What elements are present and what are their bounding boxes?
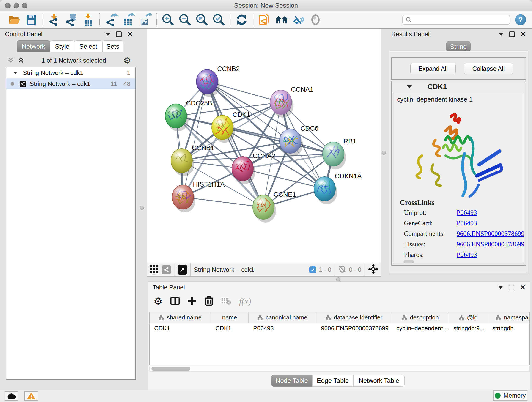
export-table-button[interactable] [121, 13, 135, 27]
network-collection-row[interactable]: String Network – cdk1 1 [6, 67, 135, 78]
refresh-button[interactable] [235, 13, 249, 27]
search-input[interactable] [414, 16, 507, 24]
float-panel-icon[interactable] [116, 32, 122, 37]
tab-string[interactable]: String [446, 41, 471, 52]
table-cell[interactable]: stringdb:9... [449, 323, 488, 333]
vertical-splitter-handle[interactable] [382, 151, 386, 155]
zoom-out-button[interactable] [178, 13, 192, 27]
scrollbar-thumb[interactable] [152, 367, 190, 370]
collapse-all-button[interactable]: Collapse All [464, 63, 513, 75]
save-session-button[interactable] [25, 13, 38, 27]
network-node-CCNA1[interactable] [270, 90, 292, 114]
close-panel-icon[interactable]: ✕ [520, 284, 526, 291]
tab-node-table[interactable]: Node Table [271, 375, 312, 387]
close-panel-icon[interactable]: ✕ [127, 31, 133, 38]
close-panel-icon[interactable]: ✕ [520, 31, 526, 38]
hide-glass-button[interactable] [292, 13, 305, 27]
table-settings-gear-icon[interactable]: ⚙ [153, 296, 162, 306]
share-view-icon[interactable] [162, 265, 171, 274]
network-node-CCNB2[interactable] [196, 70, 218, 94]
network-node-CDKN1A[interactable] [314, 177, 336, 201]
node-table[interactable]: shared namenamecanonical namedatabase id… [149, 312, 530, 365]
import-table-button[interactable] [81, 13, 95, 27]
show-eye-button[interactable] [309, 13, 322, 27]
column-header-namespace[interactable]: namespace [488, 312, 530, 323]
network-node-CDC25B[interactable] [165, 104, 187, 128]
table-cell[interactable]: stringdb [488, 323, 530, 333]
compartments-link[interactable]: 9606.ENSP00000378699 [457, 230, 524, 237]
network-row-selected[interactable]: String Network – cdk1 11 48 [6, 78, 135, 89]
export-network-button[interactable] [104, 13, 118, 27]
column-header--id[interactable]: @id [449, 312, 488, 323]
column-header-description[interactable]: description [392, 312, 449, 323]
tab-network[interactable]: Network [17, 40, 50, 52]
delete-column-icon[interactable] [205, 296, 213, 307]
column-header-name[interactable]: name [211, 312, 249, 323]
column-header-canonical-name[interactable]: canonical name [249, 312, 317, 323]
table-cell[interactable]: CDK1 [211, 323, 249, 333]
tab-network-table[interactable]: Network Table [353, 375, 405, 387]
mini-scrollbar-thumb[interactable] [404, 260, 414, 263]
help-button[interactable]: ? [515, 14, 526, 25]
selected-checkbox-icon[interactable] [309, 266, 316, 273]
vertical-splitter-handle[interactable] [140, 206, 144, 210]
expand-all-button[interactable]: Expand All [410, 63, 456, 75]
tab-style[interactable]: Style [50, 40, 74, 52]
network-view-canvas[interactable]: CCNB2CCNA1CDC25BCDK1CDC6RB1CCNB1CCNA2CDK… [147, 29, 381, 263]
float-panel-icon[interactable] [509, 32, 515, 37]
zoom-in-button[interactable] [161, 13, 175, 27]
panel-menu-icon[interactable] [105, 32, 110, 36]
table-cell[interactable]: cyclin–dependent ... [392, 323, 449, 333]
import-database-button[interactable] [64, 13, 78, 27]
zoom-fit-button[interactable] [195, 13, 209, 27]
collection-expand-icon[interactable] [13, 71, 18, 74]
search-box[interactable] [402, 15, 510, 25]
tab-edge-table[interactable]: Edge Table [312, 375, 353, 387]
add-column-icon[interactable] [188, 296, 197, 306]
string-document-button[interactable] [258, 13, 272, 27]
home-button[interactable] [275, 13, 288, 27]
grid-view-icon[interactable] [149, 264, 158, 275]
show-columns-icon[interactable] [170, 296, 180, 307]
panel-menu-icon[interactable] [499, 32, 504, 36]
float-panel-icon[interactable] [509, 285, 514, 290]
table-horizontal-scrollbar[interactable] [149, 366, 530, 371]
panel-menu-icon[interactable] [498, 286, 503, 289]
genecard-link[interactable]: P06493 [457, 219, 477, 227]
column-header-database-identifier[interactable]: database identifier [317, 312, 392, 323]
network-graph[interactable]: CCNB2CCNA1CDC25BCDK1CDC6RB1CCNB1CCNA2CDK… [147, 29, 381, 263]
table-row[interactable]: CDK1CDK1P064939606.ENSP00000378699cyclin… [150, 323, 530, 333]
table-cell[interactable]: CDK1 [150, 323, 211, 333]
open-session-button[interactable] [7, 13, 21, 27]
pharos-link[interactable]: P06493 [457, 251, 477, 258]
birds-eye-view-icon[interactable] [177, 265, 187, 274]
section-collapse-icon[interactable] [407, 85, 412, 89]
network-node-CDC6[interactable] [279, 129, 301, 153]
network-node-CCNE1[interactable] [253, 195, 274, 219]
table-cell[interactable]: P06493 [249, 323, 317, 333]
export-image-button[interactable] [138, 13, 152, 27]
zoom-window-button[interactable] [22, 3, 27, 8]
minimize-window-button[interactable] [13, 3, 19, 8]
uniprot-link[interactable]: P06493 [457, 209, 477, 216]
network-node-CCNB1[interactable] [171, 148, 192, 173]
horizontal-splitter-handle[interactable] [336, 277, 341, 281]
network-node-CDK1[interactable] [212, 115, 233, 140]
tab-select[interactable]: Select [74, 40, 102, 52]
network-node-HIST1H1A[interactable] [172, 185, 194, 209]
warning-status-button[interactable] [24, 391, 38, 401]
pan-crosshair-icon[interactable] [368, 264, 379, 276]
zoom-selected-button[interactable] [212, 13, 226, 27]
collapse-all-networks-icon[interactable] [7, 56, 14, 65]
import-network-button[interactable] [47, 13, 61, 27]
table-cell[interactable]: 9606.ENSP00000378699 [317, 323, 392, 333]
tab-sets[interactable]: Sets [102, 40, 123, 52]
column-header-shared-name[interactable]: shared name [150, 312, 211, 323]
close-window-button[interactable] [5, 3, 11, 8]
cloud-status-button[interactable] [5, 391, 18, 401]
network-node-CCNA2[interactable] [232, 157, 253, 181]
network-node-RB1[interactable] [323, 142, 344, 166]
expand-all-networks-icon[interactable] [17, 56, 24, 65]
tissues-link[interactable]: 9606.ENSP00000378699 [457, 240, 524, 248]
memory-button[interactable]: Memory [493, 390, 527, 401]
